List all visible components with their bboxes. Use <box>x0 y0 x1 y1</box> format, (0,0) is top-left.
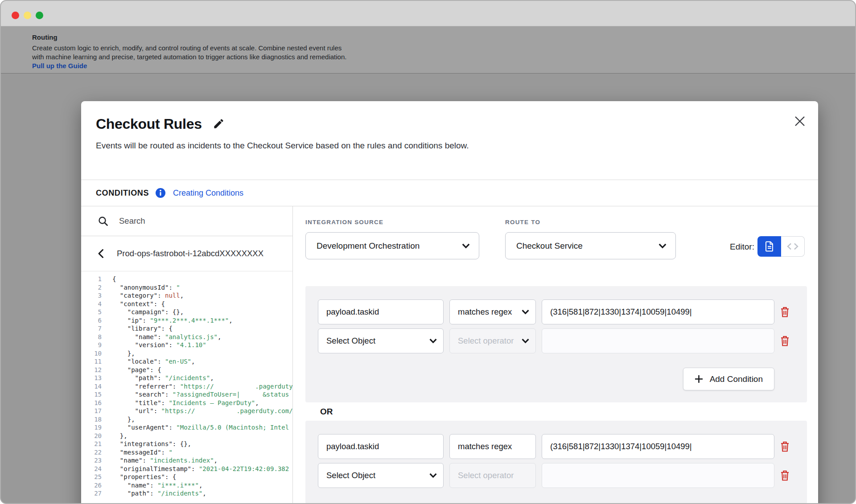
route-to-value: Checkout Service <box>516 241 583 251</box>
browser-window: Routing Create custom logic to enrich, m… <box>0 0 856 504</box>
line-number: 16 <box>81 399 102 407</box>
code-token: , <box>218 333 221 341</box>
delete-condition-button[interactable] <box>780 328 790 353</box>
add-condition-row: Add Condition <box>318 368 774 390</box>
integration-source-value: Development Orchestration <box>317 241 420 251</box>
checkout-rules-modal: Checkout Rules Events will be routed as … <box>81 101 818 504</box>
code-token: , <box>202 489 206 498</box>
code-token: "incidents.index" <box>150 456 214 465</box>
condition-value-input[interactable] <box>550 307 766 317</box>
chevron-down-icon <box>658 243 667 249</box>
condition-operator-select[interactable]: matches regex <box>449 299 536 324</box>
editor-form-toggle[interactable] <box>757 236 781 257</box>
condition-field-box[interactable] <box>318 434 444 459</box>
add-condition-label: Add Condition <box>710 374 763 384</box>
condition-value-box[interactable] <box>542 299 774 324</box>
delete-condition-button[interactable] <box>780 299 790 324</box>
conditions-bar: CONDITIONS Creating Conditions <box>81 180 818 206</box>
condition-operator-select[interactable]: matches regex <box>449 434 536 459</box>
line-number: 6 <box>81 316 102 325</box>
line-number: 12 <box>81 366 102 374</box>
code-token: "name": <box>112 333 165 341</box>
line-number: 22 <box>81 448 102 457</box>
payload-json-viewer[interactable]: 1{2 "anonymousId": "3 "category": null,4… <box>81 271 292 498</box>
condition-field-value: Select Object <box>326 336 375 346</box>
code-line: 12 "page": { <box>81 366 292 374</box>
line-number: 8 <box>81 333 102 341</box>
add-condition-button[interactable]: Add Condition <box>683 368 774 390</box>
code-line: 6 "ip": "9***.2***.4***.1***", <box>81 316 292 325</box>
condition-value-input[interactable] <box>550 442 766 451</box>
info-icon <box>156 188 165 198</box>
code-token: "/incidents" <box>157 489 202 498</box>
banner-description: Create custom logic to enrich, modify, a… <box>32 44 355 70</box>
code-token: "anonymousId": <box>112 283 176 292</box>
maximize-traffic-light[interactable] <box>36 12 43 19</box>
line-number: 13 <box>81 374 102 382</box>
editor-code-toggle[interactable] <box>781 236 805 257</box>
search-input[interactable] <box>118 216 265 226</box>
condition-value-input[interactable] <box>550 336 766 346</box>
guide-link[interactable]: Pull up the Guide <box>32 62 87 70</box>
condition-operator-select[interactable]: Select operator <box>449 463 536 488</box>
code-token: "context": { <box>112 300 165 308</box>
line-number: 15 <box>81 390 102 399</box>
code-token: "library": { <box>112 324 173 333</box>
code-token: "https:// .pagerduty.com/i <box>161 407 293 415</box>
creating-conditions-link[interactable]: Creating Conditions <box>173 188 243 198</box>
code-line: 21 "integrations": {}, <box>81 440 292 448</box>
condition-block: matches regexSelect ObjectSelect operato… <box>305 421 807 504</box>
condition-value-box[interactable] <box>542 434 774 459</box>
code-token: "locale": <box>112 357 165 366</box>
line-number: 24 <box>81 465 102 473</box>
condition-field-input[interactable] <box>326 442 435 451</box>
code-line: 18 }, <box>81 415 292 424</box>
line-number: 27 <box>81 489 102 498</box>
code-token: , <box>191 357 195 366</box>
condition-field-box[interactable] <box>318 299 444 324</box>
route-to-select[interactable]: Checkout Service <box>505 232 676 259</box>
code-icon <box>787 243 798 250</box>
condition-operator-select[interactable]: Select operator <box>449 328 536 353</box>
code-line: 23 "name": "incidents.index", <box>81 456 292 465</box>
condition-operator-value: matches regex <box>458 307 512 317</box>
condition-field-input[interactable] <box>326 307 435 317</box>
close-traffic-light[interactable] <box>12 12 19 19</box>
minimize-traffic-light[interactable] <box>24 12 31 19</box>
condition-value-box[interactable] <box>542 463 774 488</box>
condition-value-box[interactable] <box>542 328 774 353</box>
modal-title: Checkout Rules <box>96 116 202 132</box>
code-line: 3 "category": null, <box>81 291 292 300</box>
code-token: "4.1.10" <box>176 341 206 349</box>
search-row <box>81 206 292 236</box>
code-line: 4 "context": { <box>81 300 292 308</box>
chevron-left-icon[interactable] <box>98 249 104 258</box>
code-token: , <box>210 374 214 382</box>
condition-field-select[interactable]: Select Object <box>318 463 444 488</box>
payload-breadcrumb-row[interactable]: Prod-ops-fastrobot-i-12abcdXXXXXXXX <box>81 236 292 271</box>
delete-condition-button[interactable] <box>780 463 790 488</box>
edit-title-icon[interactable] <box>213 118 225 130</box>
code-line: 13 "path": "/incidents", <box>81 374 292 382</box>
condition-field-select[interactable]: Select Object <box>318 328 444 353</box>
delete-condition-button[interactable] <box>780 434 790 459</box>
code-line: 10 }, <box>81 349 292 358</box>
payload-panel: Prod-ops-fastrobot-i-12abcdXXXXXXXX 1{2 … <box>81 206 293 504</box>
code-line: 20 }, <box>81 432 292 440</box>
code-token: "/incidents" <box>165 374 210 382</box>
line-number: 1 <box>81 275 102 283</box>
code-line: 8 "name": "analytics.js", <box>81 333 292 341</box>
route-to-label: ROUTE TO <box>505 219 540 225</box>
chevron-down-icon <box>429 339 437 344</box>
code-token: "version": <box>112 341 176 349</box>
line-number: 5 <box>81 308 102 316</box>
chevron-down-icon <box>462 243 470 249</box>
close-icon[interactable] <box>794 115 806 127</box>
condition-value-input[interactable] <box>550 471 766 480</box>
line-number: 11 <box>81 357 102 366</box>
line-number: 4 <box>81 300 102 308</box>
integration-source-select[interactable]: Development Orchestration <box>305 232 479 259</box>
code-line: 25 "properties": { <box>81 473 292 481</box>
code-token: "page": { <box>112 366 161 374</box>
condition-operator-value: Select operator <box>458 336 514 346</box>
